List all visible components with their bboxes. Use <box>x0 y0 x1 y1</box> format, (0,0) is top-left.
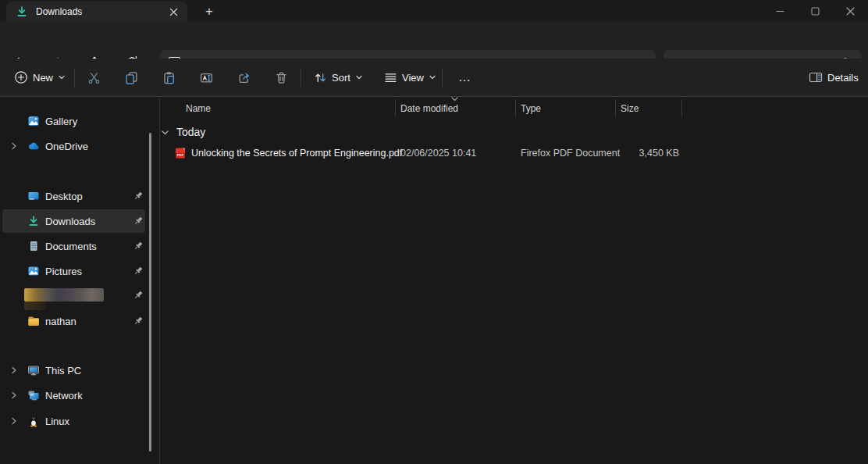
downloads-icon <box>16 5 28 18</box>
rename-button[interactable] <box>190 63 222 91</box>
sidebar-item-linux[interactable]: Linux <box>2 409 145 433</box>
more-options-button[interactable]: … <box>450 63 481 91</box>
column-header-date-modified[interactable]: Date modified <box>400 103 458 114</box>
sort-indicator-icon <box>450 96 460 102</box>
sort-button-label: Sort <box>332 72 350 84</box>
sort-arrows-icon <box>314 71 327 84</box>
sidebar-item-network[interactable]: Network <box>2 384 145 407</box>
delete-button[interactable] <box>265 63 297 91</box>
svg-text:PDF: PDF <box>177 153 184 157</box>
sidebar-item-nathan[interactable]: nathan <box>2 309 145 333</box>
details-button[interactable]: Details <box>802 59 868 96</box>
view-lines-icon <box>384 71 397 84</box>
column-header-row: Name Date modified Type Size <box>0 98 868 118</box>
content-area: Gallery OneDrive <box>0 98 868 464</box>
pin-icon <box>133 191 144 202</box>
sidebar-item-redacted[interactable] <box>2 284 145 312</box>
chevron-right-icon[interactable] <box>9 390 20 401</box>
pdf-file-icon: PDF <box>174 147 187 159</box>
sidebar-scrollbar[interactable] <box>149 133 151 452</box>
sidebar-item-this-pc[interactable]: This PC <box>2 359 145 382</box>
cut-button[interactable] <box>78 63 109 91</box>
delete-icon <box>275 71 288 84</box>
file-row-pdf[interactable]: PDF Unlocking the Secrets of Prompt Engi… <box>162 143 694 163</box>
ellipsis-icon: … <box>458 73 472 81</box>
file-type: Firefox PDF Document <box>521 148 620 159</box>
sidebar-item-label: Pictures <box>45 266 82 277</box>
file-date-modified: 02/06/2025 10:41 <box>400 148 476 159</box>
chevron-right-icon[interactable] <box>9 416 20 427</box>
new-button[interactable]: New <box>8 59 72 96</box>
sidebar-item-label: OneDrive <box>45 141 88 152</box>
group-label: Today <box>176 126 205 138</box>
column-divider[interactable] <box>515 99 516 116</box>
group-header-today[interactable]: Today <box>160 123 205 141</box>
toolbar-separator <box>301 68 301 87</box>
folder-icon <box>27 315 40 327</box>
sidebar-item-desktop[interactable]: Desktop <box>2 184 145 208</box>
sidebar-item-onedrive[interactable]: OneDrive <box>2 134 145 158</box>
linux-icon <box>27 415 40 427</box>
pin-icon <box>133 266 144 277</box>
this-pc-icon <box>27 364 40 377</box>
column-header-name[interactable]: Name <box>186 103 211 114</box>
sidebar-item-label: Desktop <box>45 191 83 202</box>
redacted-label <box>24 288 104 302</box>
file-explorer-window: Downloads + <box>0 0 868 464</box>
sidebar-item-label: Downloads <box>45 216 95 227</box>
details-button-label: Details <box>827 72 859 84</box>
sidebar-item-documents[interactable]: Documents <box>2 234 145 258</box>
plus-circle-icon <box>14 70 28 84</box>
minimize-button[interactable] <box>763 0 798 22</box>
copy-icon <box>125 71 138 84</box>
close-button[interactable] <box>833 0 868 22</box>
new-button-label: New <box>33 72 53 84</box>
pin-icon <box>133 216 144 227</box>
paste-icon <box>162 71 176 84</box>
sidebar-item-downloads[interactable]: Downloads <box>2 209 145 233</box>
share-icon <box>237 71 251 84</box>
cut-icon <box>87 71 101 84</box>
pane-separator <box>159 98 160 464</box>
sidebar-item-label: This PC <box>45 365 81 377</box>
sort-button[interactable]: Sort <box>308 59 369 96</box>
share-button[interactable] <box>228 63 259 91</box>
toolbar-separator <box>442 68 443 87</box>
command-toolbar: New <box>0 59 868 97</box>
column-header-type[interactable]: Type <box>521 103 541 114</box>
copy-button[interactable] <box>116 63 147 91</box>
paste-button[interactable] <box>153 63 184 91</box>
tab-close-icon[interactable] <box>165 4 181 20</box>
chevron-right-icon[interactable] <box>9 141 20 152</box>
toolbar-separator <box>74 68 75 87</box>
new-tab-button[interactable]: + <box>198 1 220 21</box>
column-divider[interactable] <box>395 99 396 116</box>
pictures-icon <box>27 265 40 277</box>
file-name: Unlocking the Secrets of Prompt Engineer… <box>191 148 402 159</box>
chevron-right-icon[interactable] <box>9 365 20 376</box>
view-button-label: View <box>402 72 424 84</box>
pin-icon <box>133 316 144 327</box>
chevron-down-icon[interactable] <box>160 127 170 137</box>
column-header-size[interactable]: Size <box>621 103 639 114</box>
rename-icon <box>200 71 213 84</box>
file-size: 3,450 KB <box>615 148 679 159</box>
window-controls <box>763 0 868 22</box>
maximize-button[interactable] <box>798 0 833 22</box>
pin-icon <box>133 290 144 301</box>
column-divider[interactable] <box>681 99 682 116</box>
documents-icon <box>27 240 40 252</box>
tab-bar: Downloads + <box>0 0 868 22</box>
tab-downloads[interactable]: Downloads <box>6 2 187 22</box>
column-divider[interactable] <box>615 99 616 116</box>
navigation-bar: Downloads <box>0 22 868 59</box>
sidebar-item-pictures[interactable]: Pictures <box>2 259 145 283</box>
desktop-icon <box>27 190 40 202</box>
sidebar-item-label: nathan <box>45 316 76 327</box>
sidebar-item-label: Documents <box>45 241 97 252</box>
details-pane-icon <box>809 71 823 84</box>
view-button[interactable]: View <box>378 59 443 96</box>
onedrive-icon <box>27 140 40 152</box>
pin-icon <box>133 241 144 252</box>
tab-label: Downloads <box>36 6 165 17</box>
